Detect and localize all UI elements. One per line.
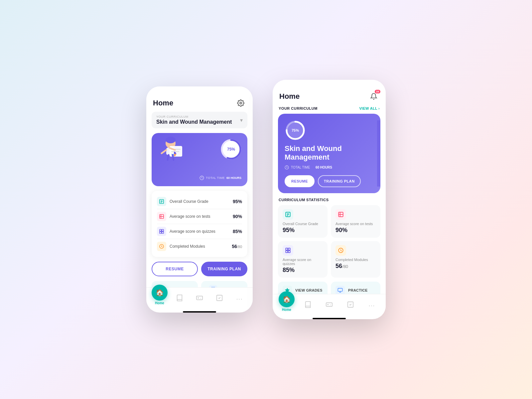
stat-row-tests: Average score on tests 90%: [157, 209, 242, 224]
quizzes-icon-2: [283, 245, 293, 256]
practice-button-2[interactable]: PRACTICE: [331, 282, 380, 294]
stat-label-modules: Completed Modules: [170, 244, 205, 249]
card-buttons: RESUME TRAINING PLAN: [285, 175, 374, 187]
purple-hero-card: 75% TOTAL TIME 60 HOURS: [152, 133, 247, 186]
practice-label-2: PRACTICE: [348, 288, 368, 292]
action-grid-2: VIEW GRADES PRACTICE: [278, 282, 380, 294]
card-peek: [377, 120, 380, 187]
tasks-icon-2: [347, 301, 354, 310]
curriculum-title: Skin and Wound Management: [156, 119, 232, 125]
svg-rect-46: [288, 251, 290, 253]
curriculum-label: YOUR CURRICULUM: [156, 115, 232, 118]
nav-courses-1[interactable]: [170, 294, 190, 303]
home-icon-1: 🏠: [156, 289, 164, 297]
chevron-right-icon: ›: [378, 106, 380, 110]
stat-label-quizzes: Average score on quizzes: [170, 229, 215, 234]
nav-more-1[interactable]: ···: [229, 295, 249, 303]
action-buttons-1: RESUME TRAINING PLAN: [152, 262, 247, 276]
stats-grid-value-quizzes: 85%: [283, 267, 323, 274]
stats-grid-label-grade: Overall Course Grade: [283, 222, 323, 226]
resume-button-1[interactable]: RESUME: [152, 262, 198, 276]
progress-circle: 75%: [219, 138, 243, 161]
card-time-label: TOTAL TIME: [291, 166, 310, 169]
book-icon-1: [176, 294, 183, 303]
quick-actions-1: VIEW GRADES PRACTICE: [152, 281, 247, 287]
stat-label-tests: Average score on tests: [170, 214, 210, 219]
nav-home-label-2: Home: [282, 308, 291, 312]
phone-1: Home YOUR CURRICULUM Skin and Wound Mana…: [146, 86, 253, 313]
curriculum-header-row: YOUR CURRICULUM VIEW ALL ›: [273, 105, 386, 114]
notification-badge: 28: [375, 90, 380, 93]
stats-grid-label-tests: Average score on tests: [335, 222, 376, 226]
modules-icon: [157, 242, 166, 251]
view-all-link[interactable]: VIEW ALL ›: [359, 106, 380, 110]
purple-hero-card-2: 75% Skin and WoundManagement TOTAL TIME …: [278, 114, 380, 193]
training-plan-button-2[interactable]: TRAINING PLAN: [318, 175, 361, 187]
nav-tasks-1[interactable]: [209, 294, 229, 303]
svg-line-10: [168, 155, 169, 160]
nav-home-1[interactable]: 🏠 Home: [150, 293, 170, 305]
bottom-nav-2: 🏠 Home ···: [273, 294, 386, 317]
practice-button-1[interactable]: PRACTICE: [201, 281, 247, 287]
svg-line-11: [173, 155, 174, 160]
tests-icon-2: [335, 209, 346, 220]
scroll-area-2: YOUR CURRICULUM VIEW ALL › 75% Skin and …: [273, 105, 386, 294]
total-time: TOTAL TIME 60 HOURS: [200, 176, 241, 180]
settings-button[interactable]: [235, 98, 246, 108]
nav-home-2[interactable]: 🏠 Home: [276, 299, 297, 312]
stat-row-quizzes: Average score on quizzes 85%: [157, 224, 242, 239]
total-time-value: 60 HOURS: [226, 176, 241, 180]
stat-value-grade: 95%: [233, 199, 242, 204]
chevron-down-icon: ▾: [240, 117, 243, 123]
total-time-label: TOTAL TIME: [206, 176, 225, 180]
card-time-value: 60 HOURS: [316, 166, 332, 169]
stats-grid-item-grade: Overall Course Grade 95%: [278, 205, 328, 238]
svg-rect-49: [338, 288, 342, 291]
stat-value-quizzes: 85%: [233, 229, 242, 234]
stat-row-grade: Overall Course Grade 95%: [157, 194, 242, 209]
phones-container: Home YOUR CURRICULUM Skin and Wound Mana…: [146, 80, 386, 319]
resume-button-2[interactable]: RESUME: [285, 175, 315, 187]
view-all-text: VIEW ALL: [359, 106, 377, 110]
phone-2: Home 28 YOUR CURRICULUM VIEW ALL ›: [273, 80, 386, 319]
notification-button[interactable]: 28: [368, 91, 379, 102]
page-title-2: Home: [279, 92, 300, 101]
nav-game-2[interactable]: [319, 301, 340, 310]
bottom-nav-1: 🏠 Home ···: [146, 287, 253, 310]
grade-icon-2: [283, 209, 293, 220]
curriculum-dropdown[interactable]: YOUR CURRICULUM Skin and Wound Managemen…: [152, 112, 247, 128]
practice-icon-2: [335, 286, 345, 294]
stats-grid-value-modules: 56/80: [335, 263, 376, 270]
nav-tasks-2[interactable]: [340, 301, 361, 310]
game-icon-2: [326, 301, 333, 310]
svg-rect-44: [288, 248, 290, 250]
status-bar-2: [273, 80, 386, 89]
game-icon-1: [196, 294, 203, 303]
stats-grid-item-tests: Average score on tests 90%: [331, 205, 380, 238]
app-header-1: Home: [146, 96, 253, 112]
quizzes-icon: [157, 227, 166, 236]
nav-home-label-1: Home: [155, 301, 164, 305]
stats-grid-label-modules: Completed Modules: [335, 258, 376, 262]
nav-courses-2[interactable]: [297, 301, 319, 310]
svg-rect-22: [160, 229, 161, 231]
nav-more-2[interactable]: ···: [361, 302, 382, 309]
book-icon-2: [304, 301, 312, 310]
scroll-area-1: YOUR CURRICULUM Skin and Wound Managemen…: [146, 112, 253, 287]
training-plan-button-1[interactable]: TRAINING PLAN: [201, 262, 247, 276]
more-icon-1: ···: [236, 295, 243, 303]
nav-game-1[interactable]: [190, 294, 209, 303]
stats-grid-value-grade: 95%: [283, 227, 323, 234]
grade-icon: [157, 197, 166, 206]
app-header-2: Home 28: [273, 89, 386, 105]
stats-section-label: CURRICULUM STATISTICS: [273, 198, 386, 205]
page-title-1: Home: [153, 99, 173, 107]
view-grades-label-2: VIEW GRADES: [295, 288, 323, 292]
stat-label-grade: Overall Course Grade: [170, 199, 208, 204]
practice-icon: [209, 285, 217, 287]
progress-circle-2: 75%: [285, 120, 306, 141]
stat-value-tests: 90%: [233, 214, 242, 219]
more-icon-2: ···: [368, 302, 375, 309]
status-bar-1: [146, 86, 253, 96]
svg-rect-31: [197, 296, 202, 300]
